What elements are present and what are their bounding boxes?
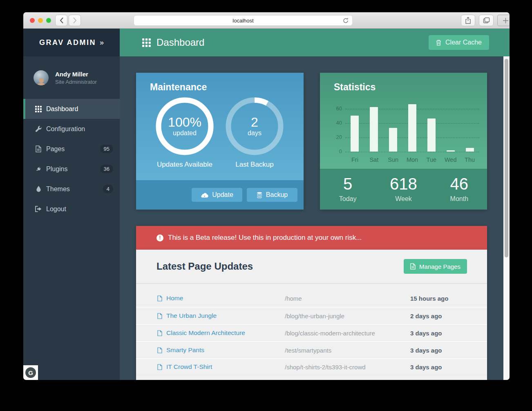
maintenance-title: Maintenance — [150, 82, 207, 93]
backup-label: Last Backup — [224, 161, 285, 169]
page-link[interactable]: Classic Modern Architecture — [166, 329, 285, 337]
show-tabs-button[interactable] — [479, 15, 494, 26]
stat-month-value: 46 — [450, 176, 469, 192]
sidebar-item-label: Pages — [46, 145, 100, 153]
statistics-panel: Statistics 0204060FriSatSunMonTueWedThu … — [320, 73, 487, 210]
page-link[interactable]: The Urban Jungle — [166, 312, 285, 319]
page-updated-time: 2 days ago — [410, 313, 442, 319]
clear-cache-label: Clear Cache — [445, 39, 482, 46]
maintenance-panel: Maintenance 100% updated — [136, 73, 304, 210]
share-button[interactable] — [461, 15, 475, 26]
backup-unit: days — [248, 130, 262, 137]
y-axis-tick: 0 — [331, 148, 342, 154]
double-chevron-icon[interactable]: » — [100, 38, 104, 47]
backup-button-label: Backup — [266, 191, 288, 199]
sidebar-item-dashboard[interactable]: Dashboard — [23, 99, 120, 119]
y-axis-tick: 60 — [331, 105, 342, 112]
brand-header[interactable]: GRAV ADMIN » — [23, 29, 120, 56]
droplet-icon — [35, 185, 42, 193]
backup-button[interactable]: Backup — [247, 188, 297, 202]
manage-pages-button[interactable]: Manage Pages — [404, 259, 467, 274]
table-row: IT Crowd T-Shirt /shop/t-shirts-2/ts393-… — [136, 358, 487, 375]
sidebar-item-label: Themes — [46, 185, 103, 193]
sidebar: GRAV ADMIN » Andy Miller Site Administra… — [23, 29, 120, 380]
pages-table: Home /home 15 hours ago The Urban Jungle… — [136, 284, 487, 375]
beta-alert-banner: ! This is a Beta release! Use this in pr… — [136, 226, 487, 250]
share-icon — [465, 17, 471, 24]
beta-alert-text: This is a Beta release! Use this in prod… — [168, 234, 362, 242]
new-tab-button[interactable] — [497, 15, 510, 26]
page-title: Dashboard — [156, 37, 204, 48]
scrollbar-thumb[interactable] — [505, 59, 508, 257]
address-bar-url: localhost — [232, 18, 253, 24]
y-axis-tick: 20 — [331, 134, 342, 140]
cloud-download-icon — [201, 192, 208, 198]
bar-thu — [466, 148, 474, 152]
plus-icon — [503, 18, 509, 24]
latest-pages-title: Latest Page Updates — [156, 261, 253, 272]
chevron-right-icon — [73, 18, 77, 23]
browser-forward-button[interactable] — [69, 15, 81, 26]
zoom-window-button[interactable] — [46, 18, 51, 23]
sidebar-item-pages[interactable]: Pages 95 — [23, 139, 120, 159]
themes-count-badge: 4 — [103, 185, 113, 193]
sidebar-item-label: Plugins — [46, 165, 100, 173]
backup-days: 2 — [251, 116, 258, 130]
page-file-icon — [157, 330, 162, 336]
logout-icon — [35, 206, 42, 213]
sidebar-item-plugins[interactable]: Plugins 36 — [23, 159, 120, 179]
stat-today-value: 5 — [343, 176, 352, 192]
page-link[interactable]: IT Crowd T-Shirt — [166, 363, 285, 371]
browser-back-button[interactable] — [55, 15, 67, 26]
x-axis-tick: Tue — [422, 156, 440, 163]
user-block[interactable]: Andy Miller Site Administrator — [23, 56, 120, 99]
stat-month: 46 Month — [431, 169, 487, 210]
page-path: /test/smartypants — [285, 347, 410, 354]
sidebar-item-logout[interactable]: Logout — [23, 199, 120, 219]
stat-week-label: Week — [395, 195, 412, 203]
maintenance-footer: Update Backup — [136, 180, 304, 210]
reload-icon[interactable] — [342, 17, 349, 24]
close-window-button[interactable] — [30, 18, 35, 23]
avatar — [34, 70, 49, 85]
updates-label: Updates Available — [154, 161, 215, 169]
sidebar-item-label: Configuration — [46, 125, 113, 133]
page-link[interactable]: Home — [166, 295, 285, 302]
updates-ring: 100% updated — [154, 96, 215, 157]
scrollbar-track[interactable] — [503, 56, 510, 380]
bar-wed — [447, 150, 455, 152]
x-axis-tick: Sun — [384, 156, 402, 163]
sidebar-item-label: Logout — [46, 206, 113, 213]
manage-pages-label: Manage Pages — [419, 263, 460, 270]
page-link[interactable]: Smarty Pants — [166, 346, 285, 354]
grav-logo[interactable]: G — [23, 365, 38, 380]
backup-ring: 2 days — [224, 96, 285, 157]
statistics-title: Statistics — [334, 82, 376, 93]
wrench-icon — [35, 125, 42, 133]
sidebar-item-themes[interactable]: Themes 4 — [23, 179, 120, 199]
browser-window: localhost GRAV ADMIN » — [23, 12, 510, 380]
database-icon — [257, 192, 262, 198]
update-button[interactable]: Update — [192, 188, 242, 202]
page-path: /home — [285, 295, 410, 302]
updates-unit: updated — [173, 130, 197, 137]
clear-cache-button[interactable]: Clear Cache — [429, 35, 489, 50]
updates-percent: 100% — [168, 116, 201, 130]
user-role: Site Administrator — [55, 79, 97, 85]
file-icon — [410, 263, 416, 270]
grid-icon — [35, 105, 42, 113]
page-updated-time: 15 hours ago — [410, 295, 448, 302]
bar-sat — [370, 107, 378, 152]
minimize-window-button[interactable] — [38, 18, 43, 23]
address-bar[interactable]: localhost — [134, 15, 353, 26]
sidebar-item-configuration[interactable]: Configuration — [23, 119, 120, 139]
table-row: Classic Modern Architecture /blog/classi… — [136, 324, 487, 341]
latest-pages-header: Latest Page Updates Manage Pages — [136, 250, 487, 284]
page-updated-time: 3 days ago — [410, 364, 442, 371]
grav-logo-letter: G — [28, 369, 33, 376]
brand-title: GRAV ADMIN — [39, 38, 96, 47]
page-updated-time: 3 days ago — [410, 347, 442, 354]
plugins-count-badge: 36 — [100, 165, 113, 173]
bar-tue — [427, 118, 436, 152]
x-axis-tick: Fri — [346, 156, 364, 163]
